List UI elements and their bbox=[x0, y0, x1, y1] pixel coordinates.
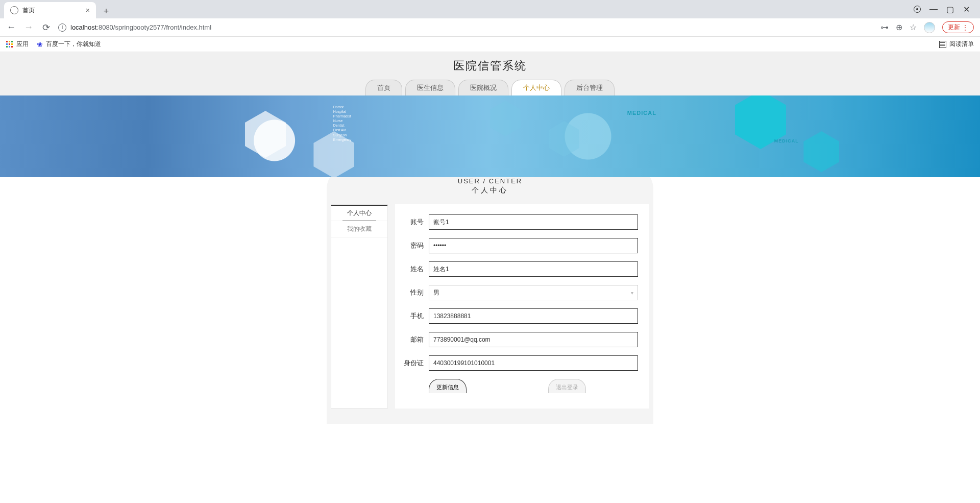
reading-list-button[interactable]: 阅读清单 bbox=[939, 40, 974, 49]
browser-tab[interactable]: 首页 × bbox=[4, 2, 96, 18]
minimize-icon[interactable]: — bbox=[930, 6, 937, 13]
main-nav: 首页 医生信息 医院概况 个人中心 后台管理 bbox=[0, 80, 980, 95]
banner-label-1: MEDICAL bbox=[627, 110, 656, 116]
globe-icon bbox=[10, 6, 18, 14]
nav-tab-admin[interactable]: 后台管理 bbox=[565, 80, 615, 95]
phone-field[interactable] bbox=[429, 308, 638, 324]
reading-list-icon bbox=[939, 41, 946, 48]
key-icon[interactable]: ⊶ bbox=[880, 22, 889, 32]
label-gender: 性别 bbox=[395, 288, 429, 297]
maximize-icon[interactable]: ▢ bbox=[946, 6, 953, 13]
url-path: /springbooty2577/front/index.html bbox=[113, 23, 211, 31]
profile-form: 账号 密码 姓名 性别 男 ▾ 手机 bbox=[395, 204, 649, 409]
content-panel: USER / CENTER 个人中心 个人中心 我的收藏 账号 密码 姓名 性别 bbox=[327, 168, 653, 424]
bookmarks-bar: 应用 ❀ 百度一下，你就知道 阅读清单 bbox=[0, 37, 980, 52]
close-window-icon[interactable]: ✕ bbox=[963, 6, 970, 13]
browser-chrome: 首页 × + — ▢ ✕ ← → ⟳ i localhost:8080/spri… bbox=[0, 0, 980, 52]
apps-shortcut[interactable]: 应用 bbox=[6, 40, 29, 49]
idcard-field[interactable] bbox=[429, 355, 638, 371]
page-title: 医院信管系统 bbox=[0, 52, 980, 80]
sidebar-item-user-center[interactable]: 个人中心 bbox=[331, 205, 387, 221]
gender-select[interactable]: 男 ▾ bbox=[429, 285, 638, 300]
sidebar: 个人中心 我的收藏 bbox=[331, 204, 388, 409]
update-info-button[interactable]: 更新信息 bbox=[429, 379, 467, 393]
baidu-icon: ❀ bbox=[37, 40, 43, 49]
new-tab-button[interactable]: + bbox=[99, 4, 113, 18]
zoom-icon[interactable]: ⊕ bbox=[896, 22, 902, 32]
nav-tab-home[interactable]: 首页 bbox=[365, 80, 402, 95]
label-account: 账号 bbox=[395, 218, 429, 227]
tab-title: 首页 bbox=[22, 6, 35, 15]
address-bar: ← → ⟳ i localhost:8080/springbooty2577/f… bbox=[0, 18, 980, 37]
reload-icon[interactable]: ⟳ bbox=[41, 22, 51, 33]
toolbar-right: ⊶ ⊕ ☆ 更新 ⋮ bbox=[880, 21, 974, 33]
apps-icon bbox=[6, 41, 13, 48]
section-title-en: USER / CENTER bbox=[327, 177, 653, 185]
close-icon[interactable]: × bbox=[86, 6, 90, 14]
url-host: localhost bbox=[70, 23, 96, 31]
account-icon[interactable] bbox=[914, 6, 921, 13]
info-icon[interactable]: i bbox=[58, 23, 66, 32]
url-input[interactable]: i localhost:8080/springbooty2577/front/i… bbox=[58, 23, 873, 32]
label-password: 密码 bbox=[395, 241, 429, 250]
label-email: 邮箱 bbox=[395, 335, 429, 344]
back-icon[interactable]: ← bbox=[6, 22, 16, 33]
nav-tab-user-center[interactable]: 个人中心 bbox=[511, 80, 561, 95]
label-name: 姓名 bbox=[395, 265, 429, 274]
url-port: :8080 bbox=[96, 23, 113, 31]
chevron-down-icon: ▾ bbox=[631, 290, 633, 296]
nav-tab-doctor[interactable]: 医生信息 bbox=[405, 80, 455, 95]
kebab-icon: ⋮ bbox=[962, 24, 968, 31]
bookmark-baidu[interactable]: ❀ 百度一下，你就知道 bbox=[37, 40, 101, 49]
profile-avatar-icon[interactable] bbox=[924, 22, 935, 33]
banner-image: MEDICAL MEDICAL Doctor Hospital Pharmaci… bbox=[0, 95, 980, 177]
sidebar-item-favorites[interactable]: 我的收藏 bbox=[331, 221, 387, 237]
label-idcard: 身份证 bbox=[395, 358, 429, 368]
label-phone: 手机 bbox=[395, 312, 429, 321]
tab-bar: 首页 × + — ▢ ✕ bbox=[0, 0, 980, 18]
banner-hospital-list: Doctor Hospital Pharmacist Nurse Dentist… bbox=[333, 105, 351, 142]
forward-icon[interactable]: → bbox=[23, 22, 34, 33]
banner-label-2: MEDICAL bbox=[774, 138, 799, 143]
logout-button[interactable]: 退出登录 bbox=[548, 379, 586, 393]
email-field[interactable] bbox=[429, 332, 638, 347]
name-field[interactable] bbox=[429, 261, 638, 277]
section-title-cn: 个人中心 bbox=[327, 186, 653, 195]
nav-tab-overview[interactable]: 医院概况 bbox=[458, 80, 508, 95]
password-field[interactable] bbox=[429, 238, 638, 253]
window-controls: — ▢ ✕ bbox=[914, 0, 976, 18]
star-icon[interactable]: ☆ bbox=[910, 22, 917, 32]
update-button[interactable]: 更新 ⋮ bbox=[942, 21, 974, 33]
account-field[interactable] bbox=[429, 214, 638, 230]
